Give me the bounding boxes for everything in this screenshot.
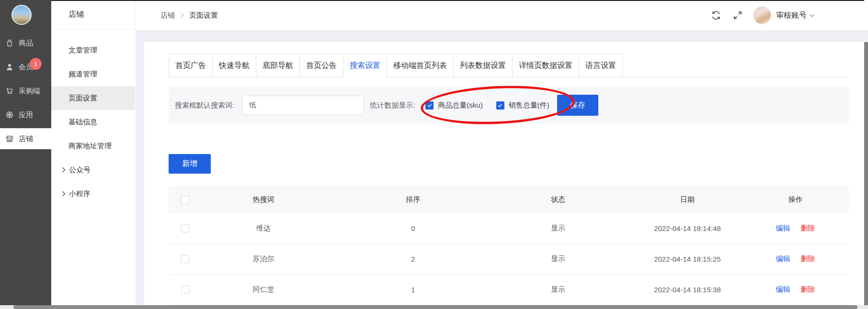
row-checkbox[interactable]	[181, 255, 189, 263]
menu-item-channel-management[interactable]: 频道管理	[51, 62, 135, 86]
tab-list-data-settings[interactable]: 列表数据设置	[453, 54, 513, 77]
bag-icon	[5, 38, 14, 48]
chevron-right-icon	[61, 190, 66, 197]
cell-status: 显示	[501, 285, 616, 294]
default-search-word-input[interactable]	[242, 96, 364, 115]
cell-word: 同仁堂	[201, 285, 326, 294]
cell-word: 维达	[201, 224, 326, 233]
default-search-word-label: 搜索框默认搜索词:	[175, 101, 234, 110]
checkbox-checked-icon	[496, 101, 504, 110]
cell-date: 2022-04-14 18:14:48	[616, 224, 759, 232]
hot-search-table: 热搜词 排序 状态 日期 操作 维达 0 显示 2022-04-14 18:14…	[169, 186, 849, 305]
stats-display-label: 统计数据显示:	[370, 101, 415, 110]
horizontal-scrollbar[interactable]	[0, 305, 868, 309]
breadcrumb-page-settings: 页面设置	[189, 11, 218, 20]
procurement-cart-icon	[5, 86, 14, 96]
shop-icon	[5, 134, 14, 143]
menu-item-basic-info[interactable]: 基础信息	[51, 110, 135, 134]
delete-link[interactable]: 删除	[801, 254, 815, 264]
menu-item-official-account[interactable]: 公众号	[51, 158, 135, 182]
checkbox-total-sales[interactable]: 销售总量(件)	[496, 101, 549, 110]
main-sidebar: 商品 会员 采购端 应用 店铺 1	[0, 0, 51, 309]
breadcrumb: 店铺 页面设置	[160, 0, 218, 31]
cell-status: 显示	[501, 254, 616, 264]
add-button[interactable]: 新增	[169, 154, 211, 174]
delete-link[interactable]: 删除	[801, 224, 815, 233]
member-icon	[5, 62, 14, 72]
menu-title: 店铺	[51, 0, 135, 30]
tab-mobile-home-list[interactable]: 移动端首页列表	[387, 54, 454, 77]
account-name: 审核账号	[776, 11, 807, 21]
cell-date: 2022-04-14 18:15:38	[616, 286, 759, 294]
breadcrumb-separator-icon	[180, 12, 184, 18]
checkbox-checked-icon	[425, 101, 434, 110]
tab-search-settings[interactable]: 搜索设置	[343, 54, 387, 77]
delete-link[interactable]: 删除	[801, 285, 815, 294]
tab-quick-nav[interactable]: 快速导航	[212, 54, 256, 77]
menu-item-page-settings[interactable]: 页面设置	[51, 86, 135, 110]
table-row: 维达 0 显示 2022-04-14 18:14:48 编辑 删除	[169, 213, 849, 244]
column-header-status: 状态	[501, 195, 616, 204]
row-checkbox[interactable]	[181, 224, 189, 232]
row-checkbox[interactable]	[181, 286, 189, 294]
sidebar-item-label: 店铺	[19, 134, 33, 143]
horizontal-scrollbar-thumb[interactable]	[13, 305, 857, 309]
tab-home-ads[interactable]: 首页广告	[169, 54, 213, 77]
page-background-gutter	[136, 42, 144, 309]
edit-link[interactable]: 编辑	[776, 224, 790, 233]
account-menu[interactable]: 审核账号	[776, 11, 815, 21]
cell-status: 显示	[501, 224, 616, 233]
settings-tabbar: 首页广告 快速导航 底部导航 首页公告 搜索设置 移动端首页列表 列表数据设置 …	[169, 54, 849, 77]
column-header-date: 日期	[616, 195, 759, 204]
table-header-row: 热搜词 排序 状态 日期 操作	[169, 186, 849, 213]
secondary-menu: 店铺 文章管理 频道管理 页面设置 基础信息 商家地址管理 公众号 小程序	[51, 0, 136, 309]
top-header: 店铺 页面设置 审核账号	[51, 0, 868, 31]
vertical-scrollbar-thumb[interactable]	[864, 42, 868, 305]
edit-link[interactable]: 编辑	[776, 254, 790, 264]
search-settings-panel: 搜索框默认搜索词: 统计数据显示: 商品总量(sku) 销售总量(件) 保存	[169, 87, 849, 123]
sidebar-item-label: 商品	[19, 39, 33, 48]
save-button[interactable]: 保存	[557, 95, 598, 116]
sidebar-item-procurement[interactable]: 采购端	[0, 80, 51, 101]
cell-sort: 1	[326, 286, 501, 294]
table-row: 苏泊尔 2 显示 2022-04-14 18:15:25 编辑 删除	[169, 244, 849, 275]
refresh-icon[interactable]	[711, 10, 721, 21]
column-header-sort: 排序	[326, 195, 501, 204]
checkbox-total-sku[interactable]: 商品总量(sku)	[425, 101, 482, 110]
chevron-right-icon	[61, 166, 66, 173]
tab-home-notice[interactable]: 首页公告	[299, 54, 343, 77]
cell-sort: 2	[326, 255, 501, 263]
workspace-avatar[interactable]	[11, 5, 32, 25]
menu-item-article-management[interactable]: 文章管理	[51, 38, 135, 62]
cell-sort: 0	[326, 224, 501, 232]
sidebar-item-shop[interactable]: 店铺	[0, 128, 51, 149]
sidebar-item-label: 采购端	[19, 87, 40, 96]
select-all-checkbox[interactable]	[181, 196, 189, 204]
sidebar-item-label: 应用	[19, 110, 33, 120]
menu-item-mini-program[interactable]: 小程序	[51, 182, 135, 206]
content-card: 首页广告 快速导航 底部导航 首页公告 搜索设置 移动端首页列表 列表数据设置 …	[144, 42, 864, 309]
cell-date: 2022-04-14 18:15:25	[616, 255, 759, 263]
user-avatar[interactable]	[753, 6, 771, 24]
tab-footer-nav[interactable]: 底部导航	[256, 54, 300, 77]
column-header-word: 热搜词	[201, 195, 326, 204]
tab-language-settings[interactable]: 语言设置	[579, 54, 623, 77]
tab-detail-data-settings[interactable]: 详情页数据设置	[512, 54, 579, 77]
apps-wheel-icon	[5, 110, 14, 120]
table-row: 同仁堂 1 显示 2022-04-14 18:15:38 编辑 删除	[169, 275, 849, 305]
sidebar-item-apps[interactable]: 应用	[0, 104, 51, 125]
fullscreen-icon[interactable]	[733, 11, 742, 20]
edit-link[interactable]: 编辑	[776, 285, 790, 294]
sidebar-item-goods[interactable]: 商品	[0, 33, 51, 54]
sidebar-item-members[interactable]: 会员	[0, 56, 51, 77]
members-count-badge: 1	[30, 58, 42, 70]
menu-item-merchant-address[interactable]: 商家地址管理	[51, 134, 135, 158]
window-top-edge	[51, 0, 864, 1]
chevron-down-icon	[809, 12, 815, 19]
breadcrumb-shop[interactable]: 店铺	[160, 11, 175, 20]
column-header-actions: 操作	[759, 195, 849, 204]
page-background-band	[136, 31, 868, 42]
cell-word: 苏泊尔	[201, 254, 326, 264]
